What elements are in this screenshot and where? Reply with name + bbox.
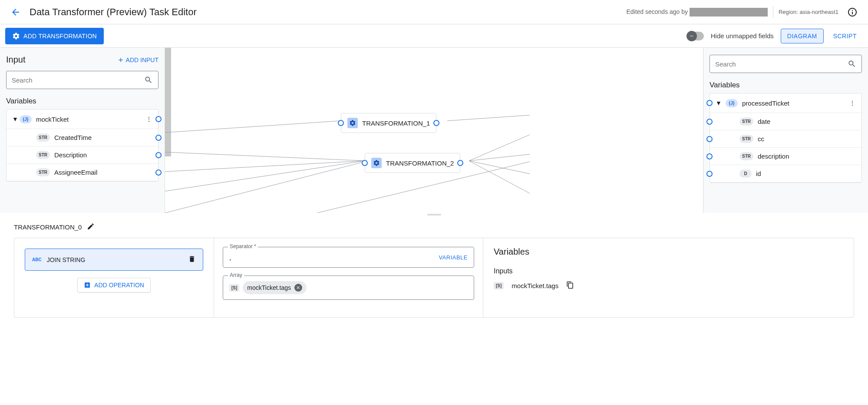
- edit-button[interactable]: [87, 222, 95, 232]
- copy-icon: [566, 281, 574, 289]
- scrollbar[interactable]: [165, 48, 171, 156]
- config-column: Separator * VARIABLE Array [S] mockTicke…: [214, 238, 483, 318]
- gear-icon: [371, 158, 382, 168]
- output-port[interactable]: [457, 160, 463, 166]
- input-port[interactable]: [706, 119, 713, 125]
- input-port[interactable]: [706, 136, 713, 142]
- output-port[interactable]: [155, 169, 162, 176]
- transformation-node-2[interactable]: TRANSFORMATION_2: [365, 153, 460, 173]
- region-label: Region: asia-northeast1: [779, 9, 838, 15]
- diagram-view-button[interactable]: DIAGRAM: [781, 29, 824, 43]
- variable-item: [S] mockTicket.tags: [494, 281, 843, 290]
- header-right: Edited seconds ago by Region: asia-north…: [626, 3, 861, 21]
- script-view-button[interactable]: SCRIPT: [827, 29, 863, 43]
- delete-operation-button[interactable]: [188, 255, 196, 264]
- variables-heading: Variables: [494, 247, 843, 257]
- info-button[interactable]: [844, 3, 861, 21]
- more-icon[interactable]: ⋮: [144, 114, 154, 124]
- drag-handle[interactable]: [0, 213, 868, 216]
- type-badge-json: {J}: [20, 115, 32, 123]
- output-search-input[interactable]: [715, 60, 848, 68]
- toolbar-right: Hide unmapped fields DIAGRAM SCRIPT: [688, 29, 863, 43]
- array-type-badge: [S]: [229, 284, 239, 292]
- input-var-child[interactable]: STR AssigneeEmail: [7, 164, 158, 181]
- trash-icon: [188, 255, 196, 263]
- input-port[interactable]: [706, 100, 713, 106]
- redacted-user: [690, 8, 768, 17]
- type-badge: STR: [36, 133, 50, 142]
- variable-link[interactable]: VARIABLE: [439, 254, 468, 261]
- output-port[interactable]: [155, 152, 162, 158]
- output-port[interactable]: [155, 135, 162, 141]
- search-icon: [144, 76, 153, 84]
- input-port[interactable]: [362, 160, 368, 166]
- svg-line-8: [469, 161, 530, 174]
- svg-line-1: [165, 152, 365, 161]
- var-name: AssigneeEmail: [54, 169, 154, 176]
- back-button[interactable]: [7, 3, 24, 21]
- var-name: id: [756, 170, 857, 177]
- var-name: Description: [54, 151, 154, 159]
- type-badge: STR: [36, 168, 50, 176]
- header: Data Transformer (Preview) Task Editor E…: [0, 0, 868, 24]
- transformation-name: TRANSFORMATION_0: [14, 223, 82, 231]
- output-var-child[interactable]: D id: [710, 165, 861, 183]
- output-port[interactable]: [433, 120, 439, 126]
- hide-unmapped-label: Hide unmapped fields: [711, 32, 774, 40]
- toolbar: ADD TRANSFORMATION Hide unmapped fields …: [0, 24, 868, 48]
- add-input-button[interactable]: ADD INPUT: [117, 56, 158, 63]
- operation-type-badge: ABC: [32, 257, 42, 262]
- more-icon[interactable]: ⋮: [848, 98, 857, 108]
- output-var-child[interactable]: STR cc: [710, 130, 861, 148]
- canvas[interactable]: TRANSFORMATION_1 TRANSFORMATION_2: [165, 48, 703, 213]
- input-variables-title: Variables: [6, 97, 158, 106]
- chevron-down-icon[interactable]: ▼: [11, 116, 20, 123]
- output-var-root[interactable]: ▼ {J} processedTicket ⋮: [710, 93, 861, 113]
- output-var-child[interactable]: STR description: [710, 148, 861, 165]
- type-badge: D: [739, 169, 752, 178]
- svg-line-0: [165, 121, 341, 133]
- add-operation-button[interactable]: ADD OPERATION: [77, 278, 151, 292]
- add-transformation-button[interactable]: ADD TRANSFORMATION: [5, 28, 104, 44]
- var-item-name: mockTicket.tags: [512, 282, 558, 289]
- separator-input[interactable]: [229, 254, 439, 261]
- bottom-header: TRANSFORMATION_0: [0, 216, 868, 238]
- main-area: Input ADD INPUT Variables ▼ {J} mockTick…: [0, 48, 868, 213]
- input-port[interactable]: [338, 120, 344, 126]
- input-port[interactable]: [706, 171, 713, 177]
- operation-card[interactable]: ABC JOIN STRING: [25, 249, 203, 271]
- chip-label: mockTicket.tags: [247, 284, 291, 291]
- type-badge: STR: [739, 117, 753, 126]
- output-search-box[interactable]: [710, 55, 862, 73]
- svg-line-3: [165, 161, 365, 191]
- array-chip[interactable]: mockTicket.tags ✕: [243, 281, 307, 294]
- edited-by-text: Edited seconds ago by: [626, 8, 768, 17]
- input-port[interactable]: [706, 153, 713, 159]
- inputs-heading: Inputs: [494, 267, 843, 275]
- transformation-node-1[interactable]: TRANSFORMATION_1: [341, 113, 436, 133]
- bottom-content: ABC JOIN STRING ADD OPERATION Separator …: [0, 238, 868, 325]
- input-search-box[interactable]: [6, 71, 158, 89]
- chevron-down-icon[interactable]: ▼: [714, 100, 723, 106]
- info-icon: [847, 7, 858, 17]
- output-variables-title: Variables: [710, 81, 862, 90]
- input-var-child[interactable]: STR Description: [7, 146, 158, 164]
- search-icon: [848, 60, 856, 68]
- hide-unmapped-toggle[interactable]: [688, 32, 704, 40]
- svg-line-10: [469, 161, 530, 193]
- page-title: Data Transformer (Preview) Task Editor: [30, 7, 197, 18]
- output-var-child[interactable]: STR date: [710, 113, 861, 130]
- copy-button[interactable]: [566, 281, 574, 290]
- separator-input-box[interactable]: VARIABLE: [223, 247, 474, 268]
- input-var-root[interactable]: ▼ {J} mockTicket ⋮: [7, 110, 158, 129]
- plus-icon: [117, 56, 124, 63]
- divider: [773, 6, 773, 18]
- array-input-box[interactable]: [S] mockTicket.tags ✕: [223, 276, 474, 300]
- chip-remove-button[interactable]: ✕: [294, 284, 302, 292]
- separator-label: Separator *: [228, 243, 258, 249]
- output-panel: Variables ▼ {J} processedTicket ⋮ STR da…: [703, 48, 868, 213]
- input-search-input[interactable]: [12, 76, 144, 84]
- output-port[interactable]: [155, 116, 162, 122]
- input-var-child[interactable]: STR CreatedTime: [7, 129, 158, 146]
- node-label: TRANSFORMATION_1: [362, 120, 430, 127]
